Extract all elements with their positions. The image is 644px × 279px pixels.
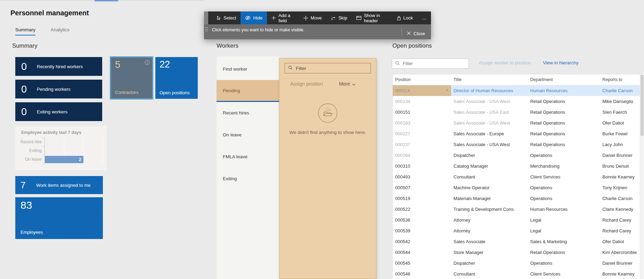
cell-department: Client Services — [528, 271, 600, 277]
more-label: More — [339, 81, 350, 87]
toolbar-item-add-a-field[interactable]: Add a field — [267, 11, 299, 24]
cell-department: Human Resources — [528, 88, 600, 93]
table-body: 000114*Director of Human ResourcesHuman … — [393, 85, 640, 279]
table-row[interactable]: 000227Sales Associate - EuropeRetail Ope… — [393, 128, 640, 139]
table-row[interactable]: 000507Machine OperatorOperationsTony Kri… — [393, 182, 640, 193]
table-row[interactable]: 000545DispatcherOperationsDaniel Brunner — [393, 258, 640, 269]
info-icon[interactable] — [145, 60, 150, 66]
workers-nav: Find workerPendingRecent hiresOn leaveFM… — [217, 56, 279, 279]
stat-tile-value: 0 — [15, 83, 32, 95]
sidebar-item-label: FMLA leave — [223, 154, 247, 159]
sidebar-item-exiting[interactable]: Exiting — [217, 168, 279, 190]
cell-position: 000134 — [393, 99, 451, 104]
cell-position: 000237 — [393, 142, 451, 147]
cell-title: Consultant — [451, 174, 528, 180]
cell-title: Materials Manager — [451, 196, 528, 201]
cell-department: Operations — [528, 196, 600, 201]
sidebar-item-fmla-leave[interactable]: FMLA leave — [217, 146, 279, 168]
stat-tile-recently-hired-workers[interactable]: 0Recently hired workers — [15, 57, 102, 76]
contractors-tile[interactable]: 5 Contractors — [111, 57, 153, 99]
plus-icon — [271, 16, 276, 20]
more-button[interactable]: More — [339, 81, 356, 87]
work-items-label: Work items assigned to me — [32, 183, 91, 188]
view-in-hierarchy-link[interactable]: View in hierarchy — [543, 60, 579, 65]
table-row[interactable]: 000536AttorneyLegalRichard Carey — [393, 215, 640, 225]
toolbar-item-move[interactable]: Move — [299, 11, 326, 24]
table-row[interactable]: 000544Store ManagerRetail OperationsKim … — [393, 247, 640, 258]
table-row[interactable]: 000310Catalog ManagerMerchandisingBruno … — [393, 161, 640, 172]
table-row[interactable]: 000522Training & Development Cons.Human … — [393, 204, 640, 215]
toolbar-item-skip[interactable]: Skip — [326, 11, 352, 24]
sidebar-item-find-worker[interactable]: Find worker — [217, 58, 279, 80]
workers-filter-input[interactable] — [295, 65, 367, 71]
close-icon — [407, 31, 411, 36]
work-items-tile[interactable]: 7 Work items assigned to me — [15, 176, 103, 194]
toolbar-item-lock[interactable]: Lock — [392, 11, 417, 24]
scrollbar-thumb[interactable] — [641, 75, 644, 136]
open-positions-filter-box — [392, 58, 469, 69]
cell-department: Retail Operations — [528, 250, 600, 255]
empty-folder-icon — [318, 103, 337, 123]
column-header-reports-to[interactable]: Reports to — [600, 77, 640, 82]
assign-position-button[interactable]: Assign position — [290, 81, 323, 87]
table-scrollbar[interactable] — [640, 74, 644, 279]
cell-position: 000264 — [393, 153, 451, 158]
chart-axis-tick — [42, 155, 44, 156]
column-header-title[interactable]: Title — [451, 77, 528, 82]
table-row[interactable]: 000237Sales Associate - USA WestRetail O… — [393, 139, 640, 150]
stat-tile-label: Pending workers — [32, 87, 71, 92]
table-row[interactable]: 000519Materials ManagerOperationsCharlie… — [393, 193, 640, 204]
cell-reports-to: Richard Carey — [600, 217, 640, 223]
table-row[interactable]: 000183Sales Associate - USA WestRetail O… — [393, 118, 640, 128]
contractors-label: Contractors — [115, 90, 138, 95]
cell-position: 000310 — [393, 164, 451, 169]
tab-summary[interactable]: Summary — [15, 27, 35, 35]
sidebar-item-on-leave[interactable]: On leave — [217, 124, 279, 146]
cell-department: Operations — [528, 153, 600, 158]
open-positions-section-heading: Open positions — [392, 42, 432, 49]
grip-dots-icon[interactable] — [205, 27, 208, 33]
toolbar-item-ellipsis[interactable]: … — [417, 11, 431, 24]
work-items-count: 7 — [15, 180, 32, 191]
table-row[interactable]: 000493ConsultantClient ServicesBonnie Ke… — [393, 172, 640, 182]
toolbar-item-hide[interactable]: Hide — [241, 11, 267, 24]
cell-position: 000545 — [393, 261, 451, 266]
cell-reports-to: Ofer Daliot — [600, 239, 640, 244]
tab-analytics[interactable]: Analytics — [51, 27, 70, 35]
cell-title: Dispatcher — [451, 153, 528, 158]
sidebar-item-pending[interactable]: Pending — [217, 80, 279, 102]
table-header: Position Title Department Reports to — [393, 74, 640, 85]
chart-axis-tick — [42, 146, 44, 147]
table-row[interactable]: 000114*Director of Human ResourcesHuman … — [393, 85, 640, 96]
contractors-count: 5 — [115, 59, 120, 70]
table-row[interactable]: 000151Sales Associate - USA EastRetail O… — [393, 107, 640, 118]
table-row[interactable]: 000542Sales AssociateSales & MarketingOf… — [393, 236, 640, 247]
page-tabs: Summary Analytics — [15, 27, 70, 35]
assign-worker-to-position-link[interactable]: Assign worker to position — [479, 60, 531, 65]
cell-title: Sales Associate - Europe — [451, 131, 528, 136]
column-header-position[interactable]: Position — [393, 77, 451, 82]
toolbar-drag-handle[interactable] — [204, 11, 208, 24]
employees-tile[interactable]: 83 Employees — [15, 197, 103, 239]
customize-toolbar-items: SelectHideAdd a fieldMoveSkipShow in hea… — [212, 11, 431, 24]
toolbar-item-show-in-header[interactable]: Show in header — [352, 11, 392, 24]
close-button[interactable]: Close — [407, 31, 425, 36]
table-row[interactable]: 000134Sales Associate - USA WestRetail O… — [393, 96, 640, 107]
table-row[interactable]: 000539AttorneyLegalRichard Carey — [393, 225, 640, 236]
open-positions-tile[interactable]: 22 Open positions — [155, 57, 198, 99]
table-row[interactable]: 000546ConsultantClient ServicesBonnie Ke… — [393, 269, 640, 279]
chart-category-label: On leave — [15, 155, 44, 164]
table-row[interactable]: 000264DispatcherOperationsDaniel Brunner — [393, 150, 640, 161]
cell-title: Consultant — [451, 271, 528, 277]
stat-tile-exiting-workers[interactable]: 0Exiting workers — [15, 102, 102, 121]
open-positions-filter-input[interactable] — [402, 61, 465, 66]
cell-reports-to: Daniel Brunner — [600, 261, 640, 266]
stat-tile-pending-workers[interactable]: 0Pending workers — [15, 80, 102, 98]
cell-department: Retail Operations — [528, 110, 600, 115]
toolbar-item-select[interactable]: Select — [212, 11, 241, 24]
sidebar-item-label: Exiting — [223, 176, 237, 181]
chevron-down-icon — [352, 81, 356, 87]
sidebar-item-recent-hires[interactable]: Recent hires — [217, 102, 279, 124]
toolbar-item-label: Skip — [339, 15, 347, 21]
column-header-department[interactable]: Department — [528, 77, 600, 82]
